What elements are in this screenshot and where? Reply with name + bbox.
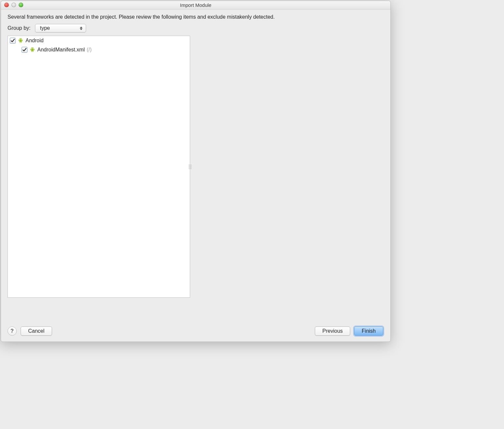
groupby-row: Group by: type xyxy=(8,24,384,32)
svg-rect-3 xyxy=(20,42,20,43)
android-icon xyxy=(18,38,24,44)
tree-item-manifest[interactable]: AndroidManifest.xml (/) xyxy=(8,45,190,54)
resize-handle[interactable] xyxy=(189,162,192,171)
close-icon[interactable] xyxy=(4,3,9,7)
svg-point-7 xyxy=(20,39,20,39)
minimize-icon[interactable] xyxy=(11,3,16,7)
previous-button[interactable]: Previous xyxy=(315,326,350,336)
frameworks-tree[interactable]: Android xyxy=(8,36,190,298)
tree-item-label: AndroidManifest.xml xyxy=(37,47,85,53)
svg-point-17 xyxy=(33,48,33,48)
android-icon xyxy=(29,47,35,53)
svg-rect-12 xyxy=(31,51,32,52)
tree-item-path: (/) xyxy=(87,47,92,53)
checkbox-android[interactable] xyxy=(10,38,16,44)
help-icon: ? xyxy=(10,328,14,334)
svg-line-15 xyxy=(33,47,33,48)
dialog-description: Several frameworks are detected in the p… xyxy=(8,14,384,20)
groupby-label: Group by: xyxy=(8,25,30,31)
groupby-dropdown[interactable]: type xyxy=(35,24,86,32)
svg-rect-2 xyxy=(22,40,23,41)
window-title: Import Module xyxy=(1,2,390,8)
cancel-button[interactable]: Cancel xyxy=(21,326,52,336)
svg-line-5 xyxy=(20,38,20,39)
titlebar: Import Module xyxy=(1,1,390,9)
help-button[interactable]: ? xyxy=(8,326,17,336)
tree-item-android[interactable]: Android xyxy=(8,36,190,45)
svg-line-14 xyxy=(31,47,32,48)
svg-rect-4 xyxy=(21,42,22,43)
svg-line-6 xyxy=(21,38,22,39)
svg-point-16 xyxy=(32,48,32,48)
svg-rect-13 xyxy=(33,51,33,52)
finish-button[interactable]: Finish xyxy=(354,326,383,336)
check-icon xyxy=(10,38,15,43)
svg-rect-0 xyxy=(19,40,22,42)
dialog-footer: ? Cancel Previous Finish xyxy=(1,321,390,342)
svg-rect-1 xyxy=(19,40,19,41)
checkbox-manifest[interactable] xyxy=(22,47,27,53)
window-controls xyxy=(4,3,23,7)
groupby-value: type xyxy=(40,25,50,31)
import-module-dialog: Import Module Several frameworks are det… xyxy=(1,1,391,342)
tree-item-label: Android xyxy=(26,38,44,44)
svg-rect-10 xyxy=(30,49,31,50)
svg-rect-9 xyxy=(31,49,34,51)
check-icon xyxy=(22,47,27,52)
svg-point-8 xyxy=(21,39,21,39)
dialog-content: Several frameworks are detected in the p… xyxy=(1,9,390,321)
svg-rect-11 xyxy=(34,49,35,50)
zoom-icon[interactable] xyxy=(19,3,23,7)
updown-icon xyxy=(80,25,83,31)
